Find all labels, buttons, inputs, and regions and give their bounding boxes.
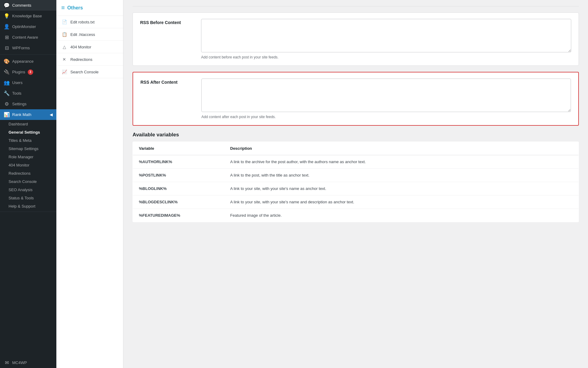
sec-nav-label: Edit .htaccess [70,32,95,37]
sidebar-item-label: MC4WP [12,360,27,365]
sidebar-item-users[interactable]: 👥 Users [0,77,56,88]
submenu-item-redirections[interactable]: Redirections [0,169,56,177]
submenu-item-seo-analysis[interactable]: SEO Analysis [0,186,56,194]
sidebar-item-comments[interactable]: 💬 Comments [0,0,56,11]
sidebar-item-label: WPForms [12,46,30,50]
sidebar-item-rank-math[interactable]: 📊 Rank Math ◀ [0,109,56,120]
variable-description: A link to your site, with your site's na… [224,182,579,195]
available-variables-title: Available variables [133,132,579,138]
rss-after-content-textarea[interactable] [201,79,571,112]
submenu-item-status-tools[interactable]: Status & Tools [0,194,56,202]
redirections-icon: ✕ [61,57,67,62]
sidebar-item-label: Comments [12,3,31,8]
rss-before-content-textarea[interactable] [201,19,571,52]
rss-before-content-row: RSS Before Content Add content before ea… [133,13,579,65]
sec-nav-404-monitor[interactable]: △ 404 Monitor [56,41,123,53]
sidebar-item-content-aware[interactable]: ⊞ Content Aware [0,32,56,43]
sec-nav-label: Redirections [70,57,92,62]
content-aware-icon: ⊞ [4,34,10,40]
wpforms-icon: ⊟ [4,45,10,51]
main-content: RSS Before Content Add content before ea… [123,0,588,368]
rss-after-content-row: RSS After Content Add content after each… [133,72,578,125]
comments-icon: 💬 [4,2,10,8]
sec-nav-label: Edit robots.txt [70,20,94,24]
rss-before-content-label: RSS Before Content [140,19,201,25]
top-divider [133,6,579,6]
knowledge-base-icon: 💡 [4,13,10,19]
sidebar-item-mc4wp[interactable]: ✉ MC4WP [0,357,56,368]
sidebar-item-settings[interactable]: ⚙ Settings [0,99,56,109]
sidebar-item-optinmonster[interactable]: 👤 OptinMonster [0,21,56,32]
col-header-variable: Variable [133,142,224,155]
settings-icon: ⚙ [4,101,10,107]
sidebar-item-label: Users [12,80,23,85]
submenu-item-404-monitor[interactable]: 404 Monitor [0,161,56,169]
variable-name: %BLOGLINK% [133,182,224,195]
table-row: %BLOGLINK% A link to your site, with you… [133,182,579,195]
optinmonster-icon: 👤 [4,24,10,30]
sec-nav-edit-htaccess[interactable]: 📋 Edit .htaccess [56,28,123,41]
robots-icon: 📄 [61,19,67,24]
sec-nav-edit-robots[interactable]: 📄 Edit robots.txt [56,16,123,28]
sidebar-item-label: Knowledge Base [12,14,42,18]
submenu-item-role-manager[interactable]: Role Manager [0,153,56,161]
sidebar-item-tools[interactable]: 🔧 Tools [0,88,56,99]
rss-after-content-card: RSS After Content Add content after each… [133,72,579,126]
variable-name: %BLOGDESCLINK% [133,195,224,209]
rss-before-content-card: RSS Before Content Add content before ea… [133,12,579,66]
submenu-item-general-settings[interactable]: General Settings [0,128,56,136]
search-console-icon: 📈 [61,69,67,74]
variable-description: A link to your site, with your site's na… [224,195,579,209]
sidebar-divider-2 [0,212,56,212]
available-variables-section: Available variables Variable Description… [133,132,579,222]
appearance-icon: 🎨 [4,58,10,64]
tools-icon: 🔧 [4,90,10,96]
sidebar-item-label: Appearance [12,59,34,64]
htaccess-icon: 📋 [61,32,67,37]
secondary-sidebar-header: ≡ Others [56,0,123,16]
sidebar-divider [0,54,56,55]
sec-nav-redirections[interactable]: ✕ Redirections [56,53,123,66]
submenu-item-search-console[interactable]: Search Console [0,177,56,186]
variable-description: Featured image of the article. [224,209,579,222]
sec-nav-label: 404 Monitor [70,45,91,49]
sec-nav-label: Search Console [70,70,99,74]
sidebar-item-wpforms[interactable]: ⊟ WPForms [0,43,56,53]
monitor-icon: △ [61,44,67,49]
plugins-icon: 🔌 [4,69,10,75]
plugins-badge: 3 [28,69,33,75]
col-header-description: Description [224,142,579,155]
sidebar-item-appearance[interactable]: 🎨 Appearance [0,56,56,67]
sidebar-item-label: Tools [12,91,21,96]
rss-after-content-hint: Add content after each post in your site… [201,115,571,119]
sidebar-item-plugins[interactable]: 🔌 Plugins 3 [0,67,56,77]
submenu-item-help-support[interactable]: Help & Support [0,202,56,210]
rss-before-content-hint: Add content before each post in your sit… [201,55,571,59]
variable-name: %POSTLINK% [133,169,224,182]
rss-after-content-label: RSS After Content [140,79,201,85]
rank-math-submenu: Dashboard General Settings Titles & Meta… [0,120,56,210]
variable-description: A link to the post, with the title as an… [224,169,579,182]
table-row: %BLOGDESCLINK% A link to your site, with… [133,195,579,209]
users-icon: 👥 [4,80,10,86]
mc4wp-icon: ✉ [4,360,10,366]
submenu-item-dashboard[interactable]: Dashboard [0,120,56,128]
others-icon: ≡ [61,4,65,11]
variable-description: A link to the archive for the post autho… [224,155,579,169]
wp-sidebar: 💬 Comments 💡 Knowledge Base 👤 OptinMonst… [0,0,56,368]
rank-math-icon: 📊 [4,112,10,117]
secondary-sidebar: ≡ Others 📄 Edit robots.txt 📋 Edit .htacc… [56,0,123,368]
sec-nav-search-console[interactable]: 📈 Search Console [56,66,123,78]
rank-math-chevron: ◀ [50,112,53,117]
sidebar-item-label: Settings [12,102,27,106]
secondary-sidebar-title: Others [67,5,83,11]
submenu-item-titles-meta[interactable]: Titles & Meta [0,136,56,145]
sidebar-item-knowledge-base[interactable]: 💡 Knowledge Base [0,11,56,21]
sidebar-item-label: Plugins [12,70,25,74]
variable-name: %FEATUREDIMAGE% [133,209,224,222]
sidebar-item-label: Content Aware [12,35,38,40]
rss-after-content-field-content: Add content after each post in your site… [201,79,571,119]
table-row: %POSTLINK% A link to the post, with the … [133,169,579,182]
sidebar-item-label: Rank Math [12,112,31,117]
submenu-item-sitemap-settings[interactable]: Sitemap Settings [0,145,56,153]
